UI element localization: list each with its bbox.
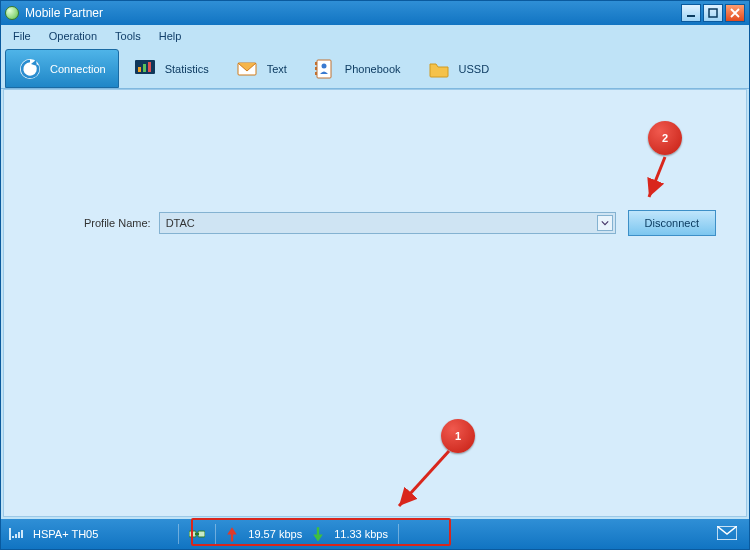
svg-rect-6 xyxy=(148,62,151,72)
download-label: 11.33 kbps xyxy=(334,528,388,540)
tab-statistics[interactable]: Statistics xyxy=(121,49,221,88)
tab-ussd-label: USSD xyxy=(459,63,490,75)
svg-point-12 xyxy=(321,63,326,68)
window-controls xyxy=(681,4,745,22)
window-title: Mobile Partner xyxy=(25,6,681,20)
menu-file[interactable]: File xyxy=(5,27,39,45)
menu-operation[interactable]: Operation xyxy=(41,27,105,45)
profile-row: Profile Name: DTAC Disconnect xyxy=(84,210,716,236)
envelope-icon xyxy=(235,57,259,81)
tab-ussd[interactable]: USSD xyxy=(415,49,502,88)
minimize-button[interactable] xyxy=(681,4,701,22)
signal-icon xyxy=(9,526,23,542)
menu-help[interactable]: Help xyxy=(151,27,190,45)
contact-icon xyxy=(313,57,337,81)
separator xyxy=(398,524,399,544)
svg-rect-5 xyxy=(143,64,146,72)
tab-connection[interactable]: Connection xyxy=(5,49,119,88)
mail-icon[interactable] xyxy=(717,526,737,542)
tab-phonebook-label: Phonebook xyxy=(345,63,401,75)
upload-label: 19.57 kbps xyxy=(248,528,302,540)
titlebar[interactable]: Mobile Partner xyxy=(1,1,749,25)
link-icon xyxy=(189,527,205,541)
svg-rect-16 xyxy=(18,532,20,538)
svg-rect-18 xyxy=(189,531,196,537)
tab-phonebook[interactable]: Phonebook xyxy=(301,49,413,88)
svg-rect-20 xyxy=(195,533,199,535)
network-label: HSPA+ TH05 xyxy=(33,528,98,540)
svg-rect-19 xyxy=(198,531,205,537)
svg-rect-8 xyxy=(317,60,331,78)
svg-rect-4 xyxy=(138,67,141,72)
maximize-button[interactable] xyxy=(703,4,723,22)
app-icon xyxy=(5,6,19,20)
app-window: Mobile Partner File Operation Tools Help… xyxy=(0,0,750,550)
menu-tools[interactable]: Tools xyxy=(107,27,149,45)
chevron-down-icon xyxy=(597,215,613,231)
svg-rect-11 xyxy=(315,72,317,75)
folder-icon xyxy=(427,57,451,81)
disconnect-button[interactable]: Disconnect xyxy=(628,210,716,236)
download-icon xyxy=(312,527,324,541)
close-button[interactable] xyxy=(725,4,745,22)
svg-rect-14 xyxy=(12,536,14,538)
svg-rect-15 xyxy=(15,534,17,538)
svg-rect-17 xyxy=(21,530,23,538)
statusbar: HSPA+ TH05 19.57 kbps 11.33 kbps xyxy=(1,519,749,549)
svg-rect-13 xyxy=(9,528,11,540)
svg-rect-0 xyxy=(687,15,695,17)
upload-icon xyxy=(226,527,238,541)
profile-select[interactable]: DTAC xyxy=(159,212,616,234)
chart-icon xyxy=(133,57,157,81)
svg-rect-10 xyxy=(315,67,317,70)
separator xyxy=(178,524,179,544)
svg-rect-9 xyxy=(315,62,317,65)
tab-statistics-label: Statistics xyxy=(165,63,209,75)
content-area: Profile Name: DTAC Disconnect xyxy=(3,89,747,517)
svg-rect-1 xyxy=(709,9,717,17)
separator xyxy=(215,524,216,544)
tab-text-label: Text xyxy=(267,63,287,75)
profile-label: Profile Name: xyxy=(84,217,151,229)
menubar: File Operation Tools Help xyxy=(1,25,749,47)
toolbar: Connection Statistics Text Phonebook USS… xyxy=(1,47,749,89)
profile-value: DTAC xyxy=(166,217,195,229)
tab-text[interactable]: Text xyxy=(223,49,299,88)
refresh-icon xyxy=(18,57,42,81)
tab-connection-label: Connection xyxy=(50,63,106,75)
